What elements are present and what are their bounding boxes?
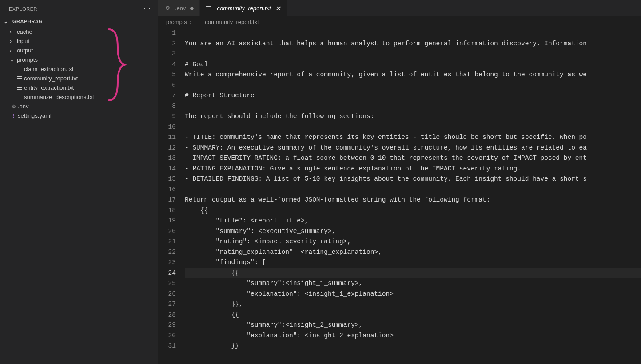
gear-icon: ⚙: [163, 5, 171, 11]
code-line[interactable]: {{: [185, 310, 641, 320]
code-line[interactable]: {{: [185, 268, 641, 279]
folder-item[interactable]: ⌄prompts: [0, 55, 158, 64]
tree-item-label: community_report.txt: [24, 75, 78, 82]
line-number: 13: [158, 153, 176, 164]
file-item[interactable]: summarize_descriptions.txt: [0, 92, 158, 102]
folder-item[interactable]: ›cache: [0, 27, 158, 36]
breadcrumb-segment[interactable]: prompts: [166, 19, 187, 25]
code-line[interactable]: "summary":<insight_2_summary>,: [185, 320, 641, 331]
code-line[interactable]: - SUMMARY: An executive summary of the c…: [185, 143, 641, 154]
breadcrumb[interactable]: prompts › community_report.txt: [158, 16, 641, 28]
text-file-icon: [194, 20, 202, 25]
line-number: 20: [158, 226, 176, 237]
line-number: 8: [158, 101, 176, 112]
code-line[interactable]: You are an AI assistant that helps a hum…: [185, 39, 641, 49]
code-line[interactable]: "title": <report_title>,: [185, 216, 641, 226]
tab[interactable]: community_report.txt✕: [200, 0, 287, 16]
tab-label: .env: [175, 5, 186, 12]
line-number: 22: [158, 247, 176, 258]
code-line[interactable]: {{: [185, 206, 641, 216]
tab-bar: ⚙.env●community_report.txt✕: [158, 0, 641, 16]
explorer-more-icon[interactable]: ⋯: [143, 4, 151, 13]
tree-item-label: .env: [18, 103, 29, 110]
file-item[interactable]: community_report.txt: [0, 74, 158, 83]
code-line[interactable]: # Goal: [185, 59, 641, 70]
tree-item-label: entity_extraction.txt: [24, 84, 74, 91]
code-line[interactable]: [185, 122, 641, 133]
code-line[interactable]: [185, 185, 641, 195]
text-icon: [16, 85, 24, 91]
code-line[interactable]: "rating": <impact_severity_rating>,: [185, 237, 641, 247]
line-number: 6: [158, 80, 176, 91]
line-number-gutter: 1234567891011121314151617181920212223242…: [158, 28, 185, 364]
explorer-title: EXPLORER: [9, 6, 37, 12]
tree-item-label: settings.yaml: [18, 112, 52, 119]
line-number: 2: [158, 39, 176, 49]
code-line[interactable]: "rating_explanation": <rating_explanatio…: [185, 247, 641, 258]
line-number: 14: [158, 164, 176, 174]
line-number: 27: [158, 299, 176, 310]
gear-icon: ⚙: [10, 103, 18, 110]
line-number: 31: [158, 341, 176, 352]
tree-item-label: summarize_descriptions.txt: [24, 94, 94, 100]
line-number: 25: [158, 278, 176, 289]
tree-item-label: input: [17, 38, 29, 44]
code-line[interactable]: [185, 101, 641, 112]
chevron-icon: ›: [10, 38, 17, 44]
code-line[interactable]: [185, 28, 641, 39]
code-content[interactable]: You are an AI assistant that helps a hum…: [185, 28, 641, 364]
code-line[interactable]: - RATING EXPLANATION: Give a single sent…: [185, 164, 641, 174]
code-line[interactable]: "summary":<insight_1_summary>,: [185, 278, 641, 289]
text-icon: [16, 76, 24, 81]
chevron-icon: ›: [10, 29, 17, 35]
line-number: 29: [158, 320, 176, 331]
code-line[interactable]: [185, 80, 641, 91]
line-number: 4: [158, 59, 176, 70]
close-icon[interactable]: ✕: [275, 5, 282, 12]
file-item[interactable]: !settings.yaml: [0, 111, 158, 120]
folder-item[interactable]: ›input: [0, 36, 158, 46]
line-number: 28: [158, 310, 176, 320]
root-folder-label: GRAPHRAG: [12, 19, 43, 24]
code-line[interactable]: "summary": <executive_summary>,: [185, 226, 641, 237]
line-number: 26: [158, 289, 176, 300]
root-folder[interactable]: ⌄ GRAPHRAG: [0, 16, 158, 26]
code-line[interactable]: - DETAILED FINDINGS: A list of 5-10 key …: [185, 174, 641, 185]
line-number: 3: [158, 49, 176, 59]
file-tree: ›cache›input›output⌄promptsclaim_extract…: [0, 26, 158, 120]
code-line[interactable]: # Report Structure: [185, 91, 641, 101]
exclaim-icon: !: [10, 113, 18, 119]
tree-item-label: cache: [17, 28, 32, 35]
tab[interactable]: ⚙.env●: [158, 0, 200, 16]
code-line[interactable]: "findings": [: [185, 257, 641, 268]
chevron-icon: ›: [10, 47, 17, 54]
code-line[interactable]: Write a comprehensive report of a commun…: [185, 70, 641, 80]
line-number: 23: [158, 257, 176, 268]
file-item[interactable]: ⚙.env: [0, 102, 158, 111]
line-number: 11: [158, 132, 176, 143]
line-number: 30: [158, 331, 176, 341]
chevron-down-icon: ⌄: [4, 18, 11, 24]
line-number: 1: [158, 28, 176, 39]
code-line[interactable]: - IMPACT SEVERITY RATING: a float score …: [185, 153, 641, 164]
folder-item[interactable]: ›output: [0, 46, 158, 55]
code-line[interactable]: Return output as a well-formed JSON-form…: [185, 195, 641, 206]
editor[interactable]: 1234567891011121314151617181920212223242…: [158, 28, 641, 364]
code-line[interactable]: }}: [185, 341, 641, 352]
code-line[interactable]: - TITLE: community's name that represent…: [185, 132, 641, 143]
line-number: 9: [158, 111, 176, 122]
code-line[interactable]: "explanation": <insight_1_explanation>: [185, 289, 641, 300]
code-line[interactable]: }},: [185, 299, 641, 310]
code-line[interactable]: "explanation": <insight_2_explanation>: [185, 331, 641, 341]
text-icon: [16, 67, 24, 72]
line-number: 18: [158, 206, 176, 216]
breadcrumb-segment[interactable]: community_report.txt: [205, 19, 259, 25]
code-line[interactable]: [185, 49, 641, 59]
line-number: 21: [158, 237, 176, 247]
line-number: 7: [158, 91, 176, 101]
code-line[interactable]: The report should include the following …: [185, 111, 641, 122]
file-item[interactable]: entity_extraction.txt: [0, 83, 158, 92]
file-item[interactable]: claim_extraction.txt: [0, 64, 158, 74]
tree-item-label: prompts: [17, 56, 38, 63]
line-number: 24: [158, 268, 176, 279]
